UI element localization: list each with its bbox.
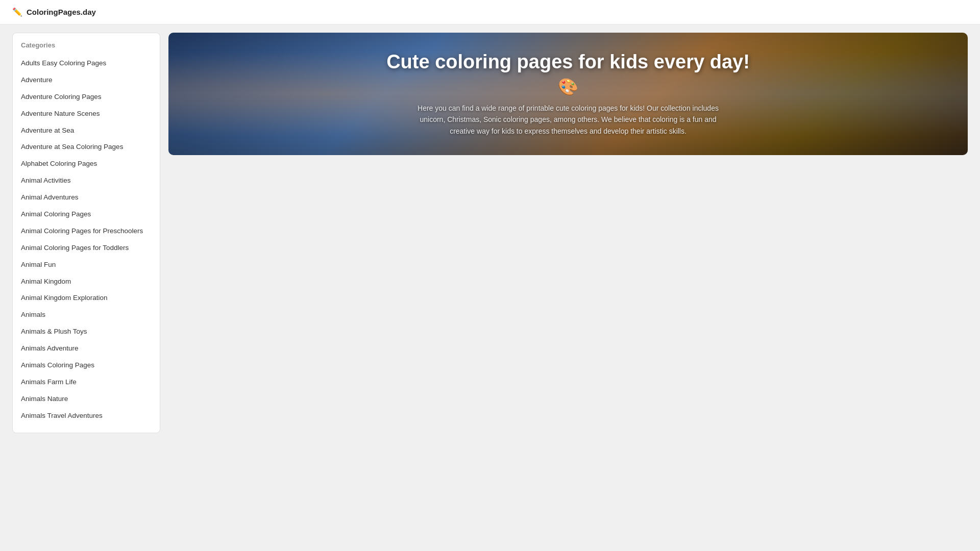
- sidebar-item[interactable]: Adventure Coloring Pages: [13, 89, 160, 106]
- sidebar: Categories Adults Easy Coloring PagesAdv…: [12, 33, 160, 433]
- sidebar-items: Adults Easy Coloring PagesAdventureAdven…: [13, 55, 160, 424]
- sidebar-item[interactable]: Animals & Plush Toys: [13, 323, 160, 340]
- sidebar-item[interactable]: Adventure Nature Scenes: [13, 106, 160, 122]
- logo[interactable]: ✏️ ColoringPages.day: [12, 7, 96, 17]
- hero-emoji: 🎨: [558, 77, 578, 96]
- sidebar-item[interactable]: Adults Easy Coloring Pages: [13, 55, 160, 72]
- hero-description: Here you can find a wide range of printa…: [415, 103, 721, 137]
- sidebar-item[interactable]: Animal Activities: [13, 172, 160, 189]
- sidebar-item[interactable]: Animal Coloring Pages for Preschoolers: [13, 223, 160, 240]
- sidebar-item[interactable]: Adventure at Sea: [13, 122, 160, 139]
- sidebar-item[interactable]: Animal Kingdom: [13, 273, 160, 290]
- sidebar-item[interactable]: Animals: [13, 307, 160, 323]
- sidebar-item[interactable]: Animals Farm Life: [13, 374, 160, 391]
- hero-title: Cute coloring pages for kids every day!: [386, 51, 750, 73]
- main-layout: Categories Adults Easy Coloring PagesAdv…: [0, 24, 980, 441]
- sidebar-item[interactable]: Adventure at Sea Coloring Pages: [13, 139, 160, 156]
- sidebar-item[interactable]: Animals Coloring Pages: [13, 357, 160, 374]
- sidebar-item[interactable]: Animal Fun: [13, 257, 160, 273]
- sidebar-item[interactable]: Animal Kingdom Exploration: [13, 290, 160, 307]
- sidebar-item[interactable]: Animal Coloring Pages: [13, 206, 160, 223]
- hero-banner: Cute coloring pages for kids every day! …: [168, 33, 968, 155]
- sidebar-item[interactable]: Animals Nature: [13, 391, 160, 408]
- site-header: ✏️ ColoringPages.day: [0, 0, 980, 24]
- sidebar-item[interactable]: Animals Travel Adventures: [13, 408, 160, 424]
- sidebar-item[interactable]: Alphabet Coloring Pages: [13, 156, 160, 172]
- sidebar-item[interactable]: Animals Adventure: [13, 340, 160, 357]
- sidebar-item[interactable]: Adventure: [13, 72, 160, 89]
- logo-icon: ✏️: [12, 7, 22, 17]
- sidebar-title: Categories: [13, 41, 160, 55]
- logo-text: ColoringPages.day: [27, 8, 96, 16]
- sidebar-item[interactable]: Animal Adventures: [13, 189, 160, 206]
- sidebar-item[interactable]: Animal Coloring Pages for Toddlers: [13, 240, 160, 257]
- content-area: Cute coloring pages for kids every day! …: [168, 33, 968, 433]
